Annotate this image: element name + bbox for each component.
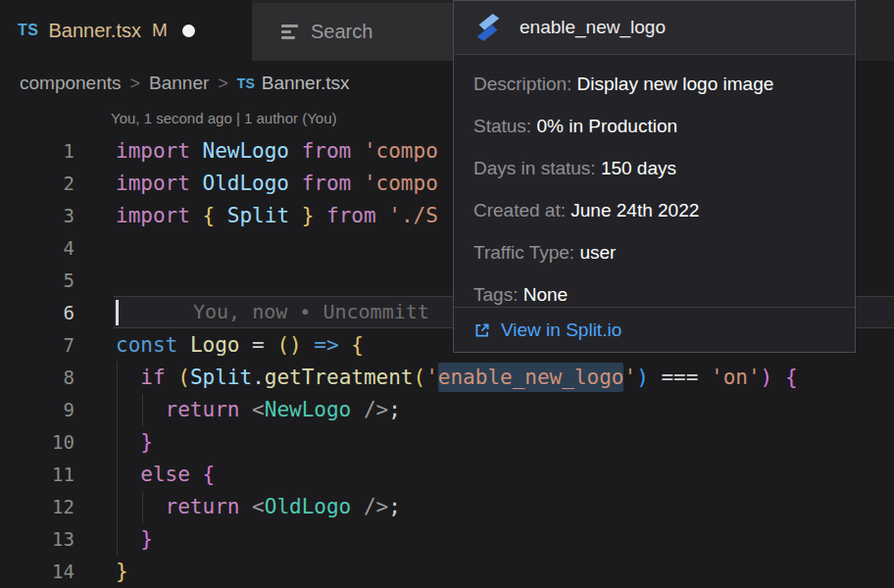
typescript-file-icon: TS <box>237 75 255 91</box>
code-line-8[interactable]: 8 if (Split.getTreatment('enable_new_log… <box>0 362 894 394</box>
code-text: return <OldLogo />; <box>116 491 401 523</box>
code-text: } <box>116 556 128 588</box>
tooltip-row-value: June 24th 2022 <box>571 200 699 221</box>
tab-search[interactable]: Search <box>252 3 453 61</box>
vscode-window: TS Banner.tsx M Search components > Bann… <box>0 0 894 588</box>
typescript-file-icon: TS <box>18 22 38 39</box>
tooltip-row-label: Status: <box>473 116 536 137</box>
tooltip-row-label: Created at: <box>473 200 571 221</box>
tooltip-row: Created at: June 24th 2022 <box>473 189 835 231</box>
line-number: 7 <box>0 329 74 362</box>
tab-search-label: Search <box>311 21 372 43</box>
breadcrumb-item-banner[interactable]: Banner <box>149 73 209 94</box>
view-in-split-link[interactable]: View in Split.io <box>473 319 621 341</box>
line-number: 6 <box>0 297 74 329</box>
tooltip-row: Status: 0% in Production <box>473 105 835 147</box>
breadcrumb: components > Banner > TS Banner.tsx <box>20 73 350 94</box>
tooltip-row-label: Traffic Type: <box>473 242 579 264</box>
code-line-12[interactable]: 12 return <OldLogo />; <box>0 491 894 523</box>
tooltip-row-value: user <box>579 242 616 264</box>
tab-banner-tsx[interactable]: TS Banner.tsx M <box>0 0 252 61</box>
code-line-14[interactable]: 14} <box>0 556 894 588</box>
line-number: 11 <box>0 459 74 491</box>
line-number: 9 <box>0 394 74 426</box>
tooltip-row-label: Description: <box>473 74 577 95</box>
codelens-blame[interactable]: You, 1 second ago | 1 author (You) <box>111 110 336 126</box>
tooltip-row-value: Display new logo image <box>577 74 774 95</box>
view-in-split-label: View in Split.io <box>501 319 621 341</box>
line-number: 5 <box>0 265 74 297</box>
tooltip-row: Description: Display new logo image <box>473 63 835 105</box>
line-number: 4 <box>0 232 74 265</box>
code-line-9[interactable]: 9 return <NewLogo />; <box>0 394 894 426</box>
code-text: import NewLogo from 'compo <box>116 135 438 168</box>
line-number: 2 <box>0 168 74 200</box>
split-feature-flag-tooltip: enable_new_logo Description: Display new… <box>453 0 856 353</box>
tooltip-row-label: Days in status: <box>473 158 601 179</box>
breadcrumb-item-components[interactable]: components <box>20 73 122 94</box>
tooltip-row: Traffic Type: user <box>473 231 835 273</box>
line-number: 13 <box>0 523 74 556</box>
code-text: } <box>116 426 153 459</box>
unsaved-dot-icon[interactable] <box>182 24 195 37</box>
split-io-logo-icon <box>473 13 503 42</box>
code-text: if (Split.getTreatment('enable_new_logo'… <box>116 362 798 394</box>
line-number: 14 <box>0 556 74 588</box>
code-text: else { <box>116 459 215 491</box>
code-text: const Logo = () => { <box>116 329 364 362</box>
chevron-right-icon: > <box>218 74 228 94</box>
search-list-icon <box>281 24 298 39</box>
breadcrumb-item-file[interactable]: Banner.tsx <box>262 73 350 94</box>
tab-label: Banner.tsx <box>48 20 141 42</box>
code-text: import { Split } from './S <box>116 200 438 232</box>
line-number: 3 <box>0 200 74 232</box>
code-text: return <NewLogo />; <box>116 394 401 426</box>
tooltip-row-value: None <box>523 284 568 306</box>
tooltip-row-label: Tags: <box>473 284 523 306</box>
code-line-13[interactable]: 13 } <box>0 523 894 556</box>
code-text: } <box>116 523 153 556</box>
code-line-10[interactable]: 10 } <box>0 426 894 459</box>
line-number: 12 <box>0 491 74 523</box>
code-text: import OldLogo from 'compo <box>116 168 438 200</box>
git-modified-badge: M <box>152 20 168 41</box>
code-line-11[interactable]: 11 else { <box>0 459 894 491</box>
chevron-right-icon: > <box>130 74 141 94</box>
external-link-icon <box>473 321 491 339</box>
tooltip-row-value: 150 days <box>601 158 676 179</box>
tooltip-header: enable_new_logo <box>454 1 855 55</box>
line-number: 1 <box>0 135 74 168</box>
tooltip-row: Days in status: 150 days <box>473 147 835 189</box>
line-number: 10 <box>0 426 74 459</box>
tooltip-footer: View in Split.io <box>454 307 855 352</box>
feature-flag-name: enable_new_logo <box>520 17 666 38</box>
line-number: 8 <box>0 362 74 394</box>
tooltip-row-value: 0% in Production <box>536 116 677 137</box>
tooltip-rows: Description: Display new logo imageStatu… <box>454 55 855 316</box>
